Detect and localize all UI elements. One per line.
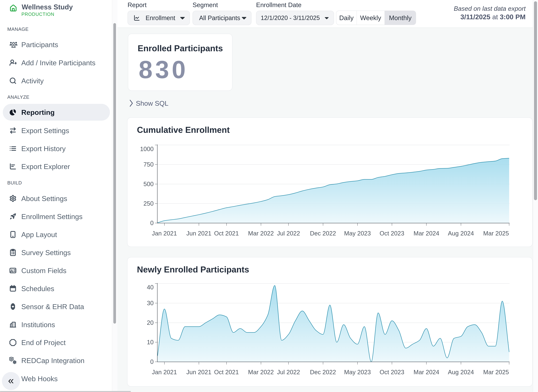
- svg-text:Jan 2021: Jan 2021: [152, 369, 177, 376]
- svg-text:Oct 2023: Oct 2023: [380, 230, 404, 237]
- svg-text:Oct 2021: Oct 2021: [214, 230, 239, 237]
- svg-text:Dec 2022: Dec 2022: [310, 230, 336, 237]
- svg-text:Mar 2022: Mar 2022: [248, 230, 274, 237]
- svg-text:Jun 2021: Jun 2021: [186, 369, 211, 376]
- svg-text:Jun 2021: Jun 2021: [186, 230, 211, 237]
- svg-text:40: 40: [147, 284, 154, 291]
- svg-text:Oct 2021: Oct 2021: [214, 369, 239, 376]
- svg-text:Mar 2022: Mar 2022: [248, 369, 274, 376]
- svg-text:Mar 2025: Mar 2025: [483, 369, 509, 376]
- svg-text:1000: 1000: [140, 146, 154, 152]
- svg-text:Dec 2022: Dec 2022: [310, 369, 336, 376]
- svg-text:250: 250: [144, 200, 154, 207]
- svg-text:20: 20: [147, 319, 154, 326]
- svg-text:0: 0: [150, 220, 154, 226]
- svg-text:0: 0: [150, 358, 154, 365]
- svg-text:Oct 2023: Oct 2023: [380, 369, 404, 376]
- svg-text:Jul 2022: Jul 2022: [277, 369, 300, 376]
- svg-text:500: 500: [144, 181, 154, 187]
- svg-text:May 2023: May 2023: [344, 369, 371, 376]
- svg-text:30: 30: [147, 300, 154, 307]
- svg-text:Aug 2024: Aug 2024: [448, 230, 474, 237]
- svg-text:Jul 2022: Jul 2022: [277, 230, 300, 237]
- svg-text:Aug 2024: Aug 2024: [448, 369, 474, 376]
- svg-text:Jan 2021: Jan 2021: [152, 230, 177, 237]
- svg-text:750: 750: [144, 161, 154, 168]
- svg-text:Mar 2025: Mar 2025: [483, 230, 509, 237]
- svg-text:May 2023: May 2023: [344, 230, 371, 237]
- svg-text:Mar 2024: Mar 2024: [414, 230, 439, 237]
- svg-text:Mar 2024: Mar 2024: [414, 369, 439, 376]
- svg-text:10: 10: [147, 339, 154, 346]
